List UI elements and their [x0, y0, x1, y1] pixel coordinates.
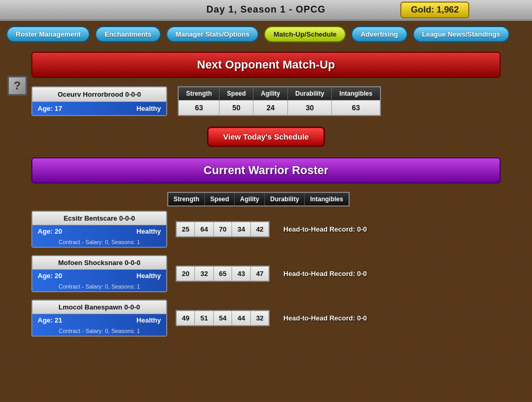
warrior-contract-0: Contract - Salary: 0, Seasons: 1 — [32, 237, 166, 247]
warrior-row-1: Mofoen Shocksnare 0-0-0 Age: 20 Healthy … — [31, 255, 501, 292]
roster-header-row: Strength Speed Agility Durability Intang… — [31, 192, 501, 206]
opponent-name: Oceurv Horrorbrood 0-0-0 — [32, 87, 166, 102]
warrior-health-2: Healthy — [136, 316, 161, 324]
schedule-btn-row: View Today's Schedule — [31, 127, 501, 147]
matchup-area: Oceurv Horrorbrood 0-0-0 Age: 17 Healthy… — [31, 86, 501, 116]
opponent-card: Oceurv Horrorbrood 0-0-0 Age: 17 Healthy — [31, 86, 167, 116]
warrior-stats-0: 25 64 70 34 42 — [176, 221, 270, 237]
warrior-h2h-2: Head-to-Head Record: 0-0 — [283, 314, 367, 322]
opponent-stats-table: Strength Speed Agility Durability Intang… — [178, 86, 381, 116]
w2-durability: 44 — [232, 311, 250, 326]
roster-col-strength: Strength — [168, 192, 205, 206]
help-icon[interactable]: ? — [7, 76, 27, 96]
opponent-stats-container: Strength Speed Agility Durability Intang… — [178, 86, 381, 116]
w0-durability: 34 — [232, 222, 250, 237]
w1-speed: 32 — [195, 266, 213, 281]
roster-col-intangibles: Intangibles — [305, 192, 349, 206]
nav-bar: Roster Management Enchantments Manager S… — [0, 21, 532, 48]
main-content: Next Opponent Match-Up Oceurv Horrorbroo… — [0, 48, 532, 348]
w0-strength: 25 — [176, 222, 195, 237]
warrior-name-2: Lmocol Banespawn 0-0-0 — [32, 301, 166, 314]
nav-advertising[interactable]: Advertising — [351, 26, 408, 42]
gold-badge: Gold: 1,962 — [400, 2, 469, 18]
roster-area: Current Warrior Roster Strength Speed Ag… — [31, 157, 501, 337]
nav-roster-management[interactable]: Roster Management — [6, 26, 90, 42]
opponent-health: Healthy — [136, 105, 161, 112]
warrior-age-2: Age: 21 — [38, 316, 136, 324]
nav-manager-stats[interactable]: Manager Stats/Options — [166, 26, 259, 42]
w0-agility: 70 — [213, 222, 232, 237]
w1-durability: 43 — [232, 266, 250, 281]
matchup-section-header: Next Opponent Match-Up — [31, 52, 501, 78]
opp-stat-strength: 63 — [178, 100, 219, 116]
warrior-contract-1: Contract - Salary: 0, Seasons: 1 — [32, 282, 166, 291]
warrior-stats-1: 20 32 65 43 47 — [176, 266, 270, 282]
day-season-label: Day 1, Season 1 - OPCG — [206, 4, 326, 15]
warrior-age-1: Age: 20 — [38, 272, 136, 280]
warrior-h2h-0: Head-to-Head Record: 0-0 — [283, 225, 367, 233]
nav-league-news[interactable]: League News/Standings — [413, 26, 510, 42]
warrior-health-0: Healthy — [136, 227, 161, 235]
top-bar: Day 1, Season 1 - OPCG Gold: 1,962 — [0, 0, 532, 21]
opp-stat-intangibles: 63 — [332, 100, 380, 116]
warrior-age-0: Age: 20 — [38, 227, 136, 235]
opp-stat-speed: 50 — [219, 100, 253, 116]
opp-stat-agility: 24 — [253, 100, 288, 116]
w1-agility: 65 — [213, 266, 232, 281]
warrior-health-1: Healthy — [136, 272, 161, 280]
warrior-contract-2: Contract - Salary: 0, Seasons: 1 — [32, 326, 166, 336]
w0-intangibles: 42 — [250, 222, 269, 237]
opponent-info-row: Age: 17 Healthy — [32, 102, 166, 115]
warrior-row-0: Ecsitr Bentscare 0-0-0 Age: 20 Healthy C… — [31, 211, 501, 248]
warrior-row-2: Lmocol Banespawn 0-0-0 Age: 21 Healthy C… — [31, 300, 501, 337]
w2-intangibles: 32 — [250, 311, 269, 326]
opponent-age: Age: 17 — [38, 105, 136, 112]
warrior-card-2: Lmocol Banespawn 0-0-0 Age: 21 Healthy C… — [31, 300, 167, 337]
col-strength: Strength — [178, 87, 219, 100]
roster-stats-header-table: Strength Speed Agility Durability Intang… — [167, 192, 350, 206]
warrior-name-0: Ecsitr Bentscare 0-0-0 — [32, 212, 166, 225]
nav-enchantments[interactable]: Enchantments — [95, 26, 161, 42]
w2-speed: 51 — [195, 311, 213, 326]
warrior-info-2: Age: 21 Healthy — [32, 314, 166, 326]
col-intangibles: Intangibles — [332, 87, 380, 100]
roster-section-header: Current Warrior Roster — [31, 157, 501, 183]
opp-stat-durability: 30 — [288, 100, 332, 116]
w0-speed: 64 — [195, 222, 213, 237]
roster-col-durability: Durability — [265, 192, 305, 206]
warrior-card-1: Mofoen Shocksnare 0-0-0 Age: 20 Healthy … — [31, 255, 167, 292]
warrior-name-1: Mofoen Shocksnare 0-0-0 — [32, 256, 166, 270]
warrior-info-0: Age: 20 Healthy — [32, 225, 166, 237]
roster-col-agility: Agility — [235, 192, 265, 206]
w1-strength: 20 — [176, 266, 195, 281]
warrior-stats-2: 49 51 54 44 32 — [176, 310, 270, 326]
w2-agility: 54 — [213, 311, 232, 326]
w2-strength: 49 — [176, 311, 195, 326]
col-speed: Speed — [219, 87, 253, 100]
col-durability: Durability — [288, 87, 332, 100]
col-agility: Agility — [253, 87, 288, 100]
warrior-card-0: Ecsitr Bentscare 0-0-0 Age: 20 Healthy C… — [31, 211, 167, 248]
warrior-info-1: Age: 20 Healthy — [32, 270, 166, 282]
view-schedule-button[interactable]: View Today's Schedule — [207, 127, 325, 147]
w1-intangibles: 47 — [250, 266, 269, 281]
roster-col-speed: Speed — [205, 192, 235, 206]
warrior-h2h-1: Head-to-Head Record: 0-0 — [283, 270, 367, 278]
nav-matchup-schedule[interactable]: Match-Up/Schedule — [264, 26, 346, 42]
